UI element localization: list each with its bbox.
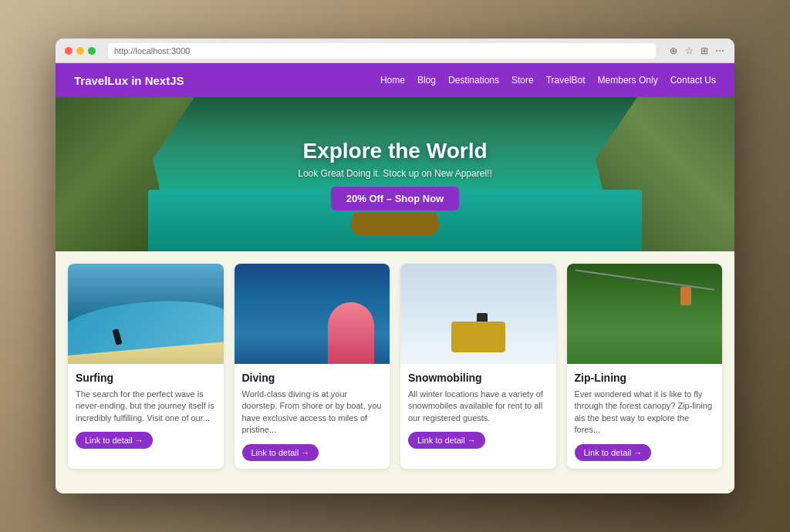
navbar: TravelLux in NextJS Home Blog Destinatio… (56, 63, 734, 97)
nav-blog[interactable]: Blog (417, 75, 436, 86)
share-icon[interactable]: ⊕ (668, 45, 679, 56)
extensions-icon[interactable]: ⊞ (699, 45, 710, 56)
nav-store[interactable]: Store (511, 75, 534, 86)
card-ziplining-desc: Ever wondered what it is like to fly thr… (575, 389, 715, 436)
card-diving: Diving World-class diving is at your doo… (235, 264, 390, 469)
card-surfing-title: Surfing (76, 372, 216, 384)
nav-members[interactable]: Members Only (598, 75, 658, 86)
card-surfing-body: Surfing The search for the perfect wave … (68, 364, 224, 456)
nav-destinations[interactable]: Destinations (448, 75, 499, 86)
card-snowmobiling-image (400, 264, 556, 364)
url-bar[interactable]: http://localhost:3000 (108, 43, 656, 59)
wave (68, 295, 224, 355)
browser-chrome: http://localhost:3000 ⊕ ☆ ⊞ ⋯ (56, 39, 734, 63)
nav-home[interactable]: Home (380, 75, 405, 86)
coral-large (328, 302, 374, 364)
card-diving-title: Diving (242, 372, 383, 384)
card-surfing-image (68, 264, 224, 364)
card-diving-desc: World-class diving is at your doorstep. … (242, 389, 383, 436)
cards-section: Surfing The search for the perfect wave … (56, 251, 734, 481)
menu-icon[interactable]: ⋯ (714, 45, 725, 56)
snowmobile-vehicle (451, 322, 505, 352)
hero-cta-button[interactable]: 20% Off – Shop Now (331, 187, 459, 210)
nav-travelbot[interactable]: TravelBot (546, 75, 586, 86)
nav-contact[interactable]: Contact Us (670, 75, 716, 86)
card-surfing-link[interactable]: Link to detail → (76, 432, 153, 449)
card-diving-link[interactable]: Link to detail → (242, 444, 319, 461)
site-content: TravelLux in NextJS Home Blog Destinatio… (56, 63, 734, 493)
browser-window: http://localhost:3000 ⊕ ☆ ⊞ ⋯ TravelLux … (56, 39, 734, 493)
minimize-dot[interactable] (76, 47, 84, 55)
card-snowmobiling: Snowmobiling All winter locations have a… (400, 264, 556, 469)
card-snowmobiling-title: Snowmobiling (408, 372, 549, 384)
card-ziplining-title: Zip-Lining (575, 372, 715, 384)
browser-actions: ⊕ ☆ ⊞ ⋯ (668, 45, 725, 56)
browser-dots (65, 47, 96, 55)
card-diving-body: Diving World-class diving is at your doo… (235, 364, 390, 469)
card-ziplining-image (567, 264, 723, 364)
card-ziplining: Zip-Lining Ever wondered what it is like… (567, 264, 723, 469)
zip-rider (680, 287, 691, 305)
card-diving-image (235, 264, 390, 364)
hero-subtitle: Look Great Doing it. Stock up on New App… (298, 168, 491, 179)
card-surfing: Surfing The search for the perfect wave … (68, 264, 224, 469)
fullscreen-dot[interactable] (88, 47, 96, 55)
card-snowmobiling-desc: All winter locations have a variety of s… (408, 389, 549, 424)
card-ziplining-body: Zip-Lining Ever wondered what it is like… (567, 364, 723, 469)
url-text: http://localhost:3000 (114, 46, 190, 56)
card-snowmobiling-body: Snowmobiling All winter locations have a… (400, 364, 556, 456)
bookmark-icon[interactable]: ☆ (684, 45, 694, 56)
card-ziplining-link[interactable]: Link to detail → (575, 444, 652, 461)
hero-title: Explore the World (302, 139, 487, 163)
close-dot[interactable] (65, 47, 73, 55)
hero-overlay: Explore the World Look Great Doing it. S… (56, 97, 734, 251)
card-surfing-desc: The search for the perfect wave is never… (76, 389, 216, 424)
navbar-brand[interactable]: TravelLux in NextJS (74, 74, 184, 87)
navbar-links: Home Blog Destinations Store TravelBot M… (380, 75, 716, 86)
zip-cable (575, 269, 714, 290)
card-snowmobiling-link[interactable]: Link to detail → (408, 432, 485, 449)
hero-section: Explore the World Look Great Doing it. S… (56, 97, 734, 251)
